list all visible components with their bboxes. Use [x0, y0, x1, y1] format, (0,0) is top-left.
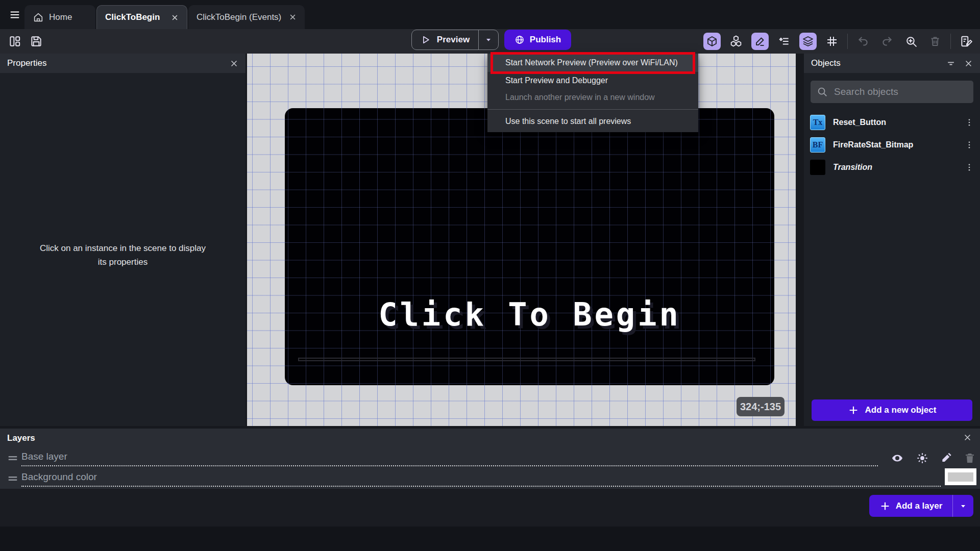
- redo-button[interactable]: [878, 33, 896, 50]
- kebab-menu-icon: [965, 140, 974, 149]
- cursor-coordinates-badge: 324;-135: [737, 397, 785, 416]
- objects-panel-title: Objects: [811, 58, 841, 68]
- background-color-field[interactable]: Background color: [21, 470, 941, 487]
- grid-toggle[interactable]: [823, 33, 841, 50]
- tab-close-icon[interactable]: [171, 14, 179, 21]
- object-row-transition[interactable]: Transition: [804, 156, 980, 179]
- object-name: Transition: [833, 163, 872, 172]
- background-color-swatch[interactable]: [945, 468, 976, 485]
- menu-item-start-preview-debugger[interactable]: Start Preview and Debugger: [487, 72, 698, 89]
- properties-empty-message: Click on an instance in the scene to dis…: [0, 241, 246, 269]
- preview-button-main[interactable]: Preview: [412, 35, 478, 45]
- close-layers-button[interactable]: [963, 433, 972, 442]
- menu-divider: [487, 109, 698, 110]
- chevron-down-icon: [959, 502, 967, 510]
- filter-objects-button[interactable]: [946, 58, 956, 68]
- layers-panel-toggle[interactable]: [799, 33, 817, 50]
- layer-delete-button[interactable]: [964, 452, 976, 464]
- tab-scene-label: ClickToBegin: [105, 12, 160, 22]
- trash-icon: [929, 35, 941, 47]
- close-properties-button[interactable]: [230, 59, 238, 68]
- layer-edit-button[interactable]: [940, 452, 952, 464]
- objects-panel-toggle[interactable]: [703, 33, 721, 50]
- drag-handle-icon[interactable]: [7, 454, 18, 462]
- preview-dropdown-toggle[interactable]: [479, 36, 498, 44]
- object-menu-button[interactable]: [965, 163, 974, 172]
- tab-scene-clicktobegin[interactable]: ClickToBegin: [96, 5, 187, 29]
- close-icon: [230, 59, 238, 68]
- undo-button[interactable]: [854, 33, 872, 50]
- tab-events-label: ClickToBegin (Events): [197, 12, 281, 22]
- hamburger-icon: [8, 9, 21, 20]
- add-layer-button-main[interactable]: Add a layer: [869, 500, 952, 512]
- close-icon: [964, 59, 973, 68]
- objects-panel-header: Objects: [804, 54, 980, 73]
- save-button[interactable]: [29, 34, 44, 49]
- editor-toolbar: Preview Publish: [0, 29, 980, 54]
- objects-search-box[interactable]: [811, 81, 973, 103]
- object-menu-button[interactable]: [965, 140, 974, 149]
- plus-icon: [879, 500, 891, 512]
- layers-panel-title: Layers: [7, 433, 35, 443]
- pencil-icon: [754, 35, 766, 47]
- menu-item-use-scene-all-previews[interactable]: Use this scene to start all previews: [487, 113, 698, 130]
- delete-button[interactable]: [926, 33, 944, 50]
- kebab-menu-icon: [965, 118, 974, 127]
- layers-panel-footer: [0, 489, 980, 527]
- layer-row-base-layer[interactable]: Base layer: [0, 450, 980, 467]
- add-new-object-button[interactable]: Add a new object: [812, 399, 972, 421]
- instances-list-icon: [777, 35, 791, 48]
- properties-panel: Properties Click on an instance in the s…: [0, 54, 246, 426]
- layer-effects-button[interactable]: [916, 452, 929, 465]
- panels-icon: [8, 35, 21, 48]
- close-icon: [963, 433, 972, 442]
- sprite-object-icon: [810, 160, 825, 175]
- layer-visibility-button[interactable]: [890, 452, 904, 464]
- main-menu-button[interactable]: [6, 8, 23, 22]
- menu-item-start-network-preview[interactable]: Start Network Preview (Preview over WiFi…: [487, 54, 698, 72]
- game-title-text[interactable]: Click To Begin: [285, 296, 774, 333]
- scene-properties-button[interactable]: [958, 33, 975, 50]
- instances-panel-toggle[interactable]: [727, 33, 745, 50]
- zoom-in-icon: [905, 35, 918, 48]
- add-layer-button[interactable]: Add a layer: [869, 495, 973, 517]
- object-row-reset-button[interactable]: Tx Reset_Button: [804, 111, 980, 134]
- text-object-icon: Tx: [810, 115, 825, 130]
- instances-list-toggle[interactable]: [775, 33, 793, 50]
- preview-button[interactable]: Preview: [411, 30, 499, 50]
- zoom-in-button[interactable]: [902, 33, 920, 50]
- toolbar-divider: [950, 34, 951, 49]
- layers-panel: Layers Base layer Background color: [0, 429, 980, 489]
- bitmap-font-object-icon: BF: [810, 137, 825, 153]
- play-icon: [421, 35, 431, 45]
- edit-mode-toggle[interactable]: [751, 33, 769, 50]
- filter-icon: [946, 58, 956, 68]
- object-row-fireratestat-bitmap[interactable]: BF FireRateStat_Bitmap: [804, 134, 980, 156]
- drag-handle-icon[interactable]: [7, 474, 18, 483]
- add-layer-dropdown-toggle[interactable]: [953, 502, 973, 510]
- tab-events-clicktobegin[interactable]: ClickToBegin (Events): [188, 5, 305, 29]
- add-layer-label: Add a layer: [896, 501, 943, 511]
- close-objects-button[interactable]: [964, 59, 973, 68]
- layers-icon: [802, 35, 814, 47]
- search-icon: [817, 86, 828, 97]
- window-bottom-strip: [0, 527, 980, 551]
- search-input[interactable]: [834, 86, 967, 97]
- object-menu-button[interactable]: [965, 118, 974, 127]
- game-progress-bar-outline[interactable]: [298, 358, 755, 361]
- tab-close-icon[interactable]: [289, 13, 297, 21]
- undo-icon: [856, 35, 870, 48]
- add-object-label: Add a new object: [865, 405, 937, 415]
- layer-row-background-color[interactable]: Background color: [0, 470, 980, 488]
- publish-button[interactable]: Publish: [504, 30, 571, 50]
- menu-item-launch-another-preview: Launch another preview in a new window: [487, 89, 698, 106]
- toggle-panels-button[interactable]: [7, 34, 22, 49]
- trash-icon: [964, 452, 976, 464]
- pencil-icon: [940, 452, 952, 464]
- home-icon: [33, 12, 44, 23]
- chevron-down-icon: [484, 36, 493, 44]
- objects-panel: Objects Tx Reset_Button BF FireRateStat_…: [804, 54, 980, 426]
- layer-name-field[interactable]: Base layer: [21, 450, 878, 466]
- tab-home[interactable]: Home: [24, 5, 95, 29]
- game-background-rect[interactable]: Click To Begin: [285, 108, 774, 385]
